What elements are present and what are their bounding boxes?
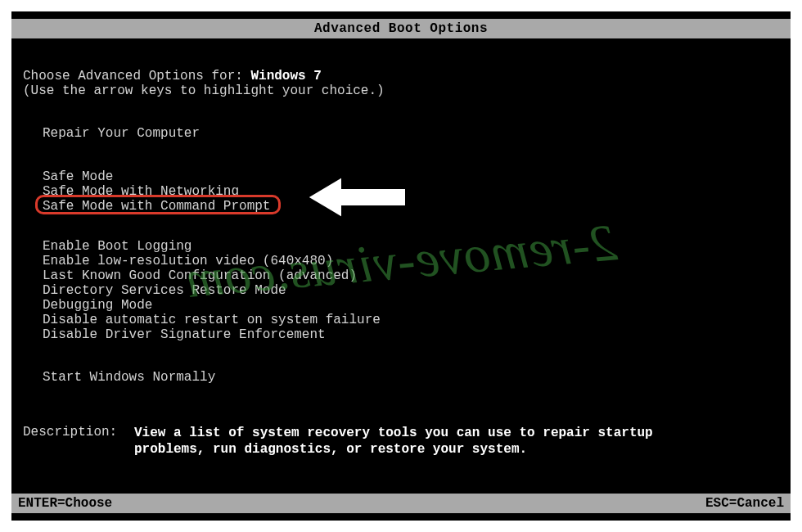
description-text: View a list of system recovery tools you… [134, 425, 666, 458]
menu-item-lowres[interactable]: Enable low-resolution video (640x480) [43, 254, 381, 268]
title-text: Advanced Boot Options [314, 21, 488, 36]
menu-item-safe-mode-cmd[interactable]: Safe Mode with Command Prompt [43, 199, 270, 214]
hint-line: (Use the arrow keys to highlight your ch… [23, 83, 385, 98]
menu-item-debugging[interactable]: Debugging Mode [43, 298, 381, 313]
boot-screen: Advanced Boot Options Choose Advanced Op… [11, 11, 791, 521]
menu-group-safemode: Safe Mode Safe Mode with Networking Safe… [43, 169, 270, 214]
menu-group-repair: Repair Your Computer [43, 126, 200, 141]
description-label: Description: [23, 425, 117, 440]
menu-item-boot-logging[interactable]: Enable Boot Logging [43, 239, 381, 254]
footer-bar: ENTER=Choose ESC=Cancel [11, 494, 791, 513]
menu-item-disable-sig[interactable]: Disable Driver Signature Enforcement [43, 327, 381, 342]
menu-item-safe-mode-net[interactable]: Safe Mode with Networking [43, 184, 270, 199]
arrow-icon [300, 169, 414, 226]
title-bar: Advanced Boot Options [11, 19, 791, 38]
menu-item-last-known-good[interactable]: Last Known Good Configuration (advanced) [43, 268, 381, 283]
menu-group-advanced: Enable Boot Logging Enable low-resolutio… [43, 239, 381, 342]
svg-marker-0 [308, 177, 406, 218]
menu-item-ds-restore[interactable]: Directory Services Restore Mode [43, 283, 381, 298]
menu-item-start-normally[interactable]: Start Windows Normally [43, 370, 215, 385]
choose-prompt: Choose Advanced Options for: [23, 69, 250, 83]
menu-item-safe-mode[interactable]: Safe Mode [43, 169, 270, 184]
choose-line: Choose Advanced Options for: Windows 7 [23, 69, 322, 83]
menu-group-normal: Start Windows Normally [43, 370, 215, 385]
footer-enter: ENTER=Choose [18, 494, 112, 513]
footer-esc: ESC=Cancel [705, 494, 784, 513]
os-name: Windows 7 [250, 69, 321, 83]
menu-item-disable-restart[interactable]: Disable automatic restart on system fail… [43, 313, 381, 327]
menu-item-repair[interactable]: Repair Your Computer [43, 126, 200, 141]
